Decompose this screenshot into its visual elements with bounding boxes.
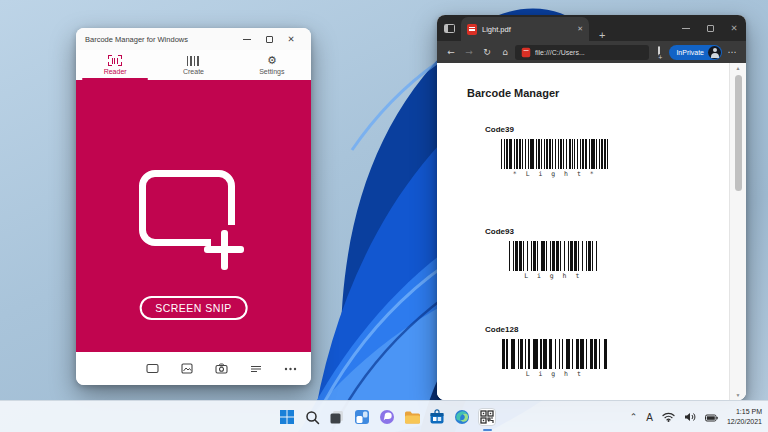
scroll-up-icon[interactable]: ▲: [736, 63, 741, 73]
edge-browser-window: Light.pdf ✕ + ✕ ← → ↻ ⌂ file:///C:/Users…: [437, 15, 746, 400]
camera-icon[interactable]: [215, 363, 228, 374]
barcode-manager-window: Barcode Manager for Windows ✕ Reader Cre…: [76, 28, 311, 385]
tab-create[interactable]: Create: [154, 50, 232, 80]
barcode-value: L i g h t: [502, 370, 607, 378]
barcode-section-code128: Code128 L i g h t: [485, 325, 607, 378]
pdf-viewer: Barcode Manager Code39 * L i g h t * Cod…: [437, 63, 746, 400]
volume-icon[interactable]: [684, 408, 696, 426]
more-icon[interactable]: [284, 367, 297, 371]
pdf-file-icon: [467, 24, 477, 35]
pdf-heading: Barcode Manager: [467, 87, 559, 99]
edge-close-button[interactable]: ✕: [722, 18, 746, 38]
scrollbar[interactable]: ▲ ▼: [730, 63, 746, 400]
pdf-page: Barcode Manager Code39 * L i g h t * Cod…: [437, 63, 730, 400]
tab-reader[interactable]: Reader: [76, 50, 154, 80]
barcode-section-code39: Code39 * L i g h t *: [485, 125, 608, 178]
app-bottom-toolbar: [76, 352, 311, 385]
reader-panel: SCREEN SNIP: [76, 80, 311, 352]
app-minimize-button[interactable]: [236, 31, 258, 47]
battery-icon[interactable]: [705, 408, 718, 426]
taskbar-clock[interactable]: 1:15 PM 12/20/2021: [727, 407, 762, 427]
favorites-add-icon[interactable]: [651, 47, 667, 57]
taskbar-center-icons: [278, 401, 496, 432]
history-list-icon[interactable]: [250, 364, 262, 374]
edge-minimize-button[interactable]: [674, 18, 698, 38]
refresh-icon[interactable]: ↻: [479, 47, 495, 57]
image-file-icon[interactable]: [181, 363, 193, 374]
profile-avatar: [708, 46, 721, 59]
clock-time: 1:15 PM: [727, 407, 762, 417]
ime-indicator[interactable]: A: [646, 412, 653, 423]
tab-close-icon[interactable]: ✕: [577, 25, 583, 33]
screen-snip-icon[interactable]: [146, 363, 159, 374]
app-maximize-button[interactable]: [258, 31, 280, 47]
inprivate-label: InPrivate: [676, 49, 704, 56]
chat-icon[interactable]: [378, 405, 396, 429]
chevron-up-icon[interactable]: ⌃: [630, 412, 638, 422]
tab-actions-menu-button[interactable]: [437, 15, 461, 41]
tab-title: Light.pdf: [482, 25, 572, 34]
barcode-section-code93: Code93 L i g h t: [485, 227, 597, 280]
file-explorer-icon[interactable]: [403, 405, 421, 429]
browser-tab-lightpdf[interactable]: Light.pdf ✕: [461, 17, 589, 41]
start-button[interactable]: [278, 405, 296, 429]
home-icon[interactable]: ⌂: [497, 47, 513, 57]
clock-date: 12/20/2021: [727, 417, 762, 427]
barcode-value: * L i g h t *: [501, 170, 608, 178]
barcode-type-label: Code39: [485, 125, 608, 134]
active-app-indicator: [483, 429, 492, 432]
barcode-type-label: Code93: [485, 227, 597, 236]
pdf-file-icon: [522, 47, 531, 56]
barcode-manager-taskbar-icon[interactable]: [478, 405, 496, 429]
scrollbar-thumb[interactable]: [735, 75, 742, 191]
barcode-scan-icon: [108, 55, 122, 66]
address-url: file:///C:/Users...: [535, 49, 585, 56]
app-window-title: Barcode Manager for Windows: [85, 35, 236, 44]
store-icon[interactable]: [428, 405, 446, 429]
search-icon[interactable]: [303, 405, 321, 429]
address-bar[interactable]: file:///C:/Users...: [515, 45, 649, 60]
app-titlebar[interactable]: Barcode Manager for Windows ✕: [76, 28, 311, 50]
tab-settings[interactable]: ⚙ Settings: [233, 50, 311, 80]
inprivate-badge[interactable]: InPrivate: [669, 45, 722, 60]
app-tabstrip: Reader Create ⚙ Settings: [76, 50, 311, 80]
widgets-button[interactable]: [353, 405, 371, 429]
barcode-value: L i g h t: [509, 272, 597, 280]
tab-reader-label: Reader: [104, 68, 127, 75]
scroll-down-icon[interactable]: ▼: [736, 390, 741, 400]
forward-icon[interactable]: →: [461, 47, 477, 57]
app-close-button[interactable]: ✕: [280, 31, 302, 47]
barcode-icon: [187, 56, 199, 66]
gear-icon: ⚙: [267, 55, 277, 66]
task-view-button[interactable]: [328, 405, 346, 429]
edge-icon[interactable]: [453, 405, 471, 429]
edge-tabbar: Light.pdf ✕ + ✕: [437, 15, 746, 41]
wifi-icon[interactable]: [662, 408, 675, 426]
screen-snip-button[interactable]: SCREEN SNIP: [139, 296, 248, 320]
barcode-image: [502, 339, 607, 369]
barcode-image: [509, 241, 597, 271]
tab-create-label: Create: [183, 68, 204, 75]
tab-settings-label: Settings: [259, 68, 284, 75]
barcode-image: [501, 139, 608, 169]
tab-actions-icon: [444, 24, 455, 33]
taskbar-tray: ⌃ A 1:15 PM 12/20/2021: [630, 401, 762, 432]
settings-more-icon[interactable]: ⋯: [724, 47, 740, 57]
new-tab-button[interactable]: +: [599, 30, 605, 41]
barcode-type-label: Code128: [485, 325, 607, 334]
edge-navbar: ← → ↻ ⌂ file:///C:/Users... InPrivate ⋯: [437, 41, 746, 63]
desktop-wallpaper: Barcode Manager for Windows ✕ Reader Cre…: [0, 0, 768, 432]
back-icon[interactable]: ←: [443, 47, 459, 57]
taskbar: ⌃ A 1:15 PM 12/20/2021: [0, 400, 768, 432]
edge-maximize-button[interactable]: [698, 18, 722, 38]
